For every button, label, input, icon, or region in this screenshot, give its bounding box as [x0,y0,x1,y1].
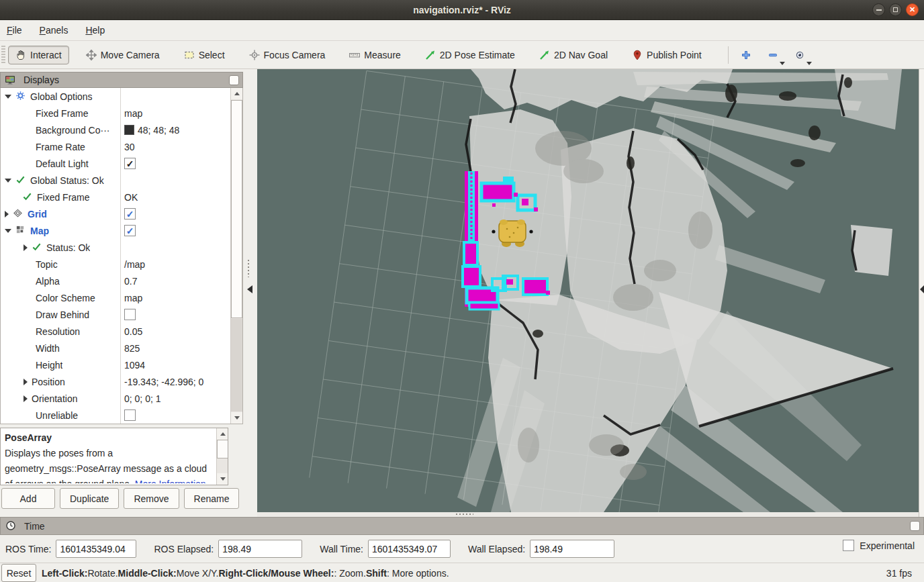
dropdown-caret-icon[interactable] [780,62,785,65]
more-information-link[interactable]: More Information [135,479,206,483]
property-value[interactable]: 0.7 [124,273,137,289]
dropdown-caret-icon[interactable] [806,62,812,65]
value-text[interactable]: OK [124,192,138,203]
tree-row-default-light[interactable]: Default Light✓ [1,155,232,172]
tree-row-frame-rate[interactable]: Frame Rate30 [1,138,232,155]
value-text[interactable]: -19.343; -42.996; 0 [124,377,203,387]
remove-button[interactable]: Remove [124,488,179,509]
add-tool-button[interactable] [738,48,754,62]
tool-focus-camera[interactable]: Focus Camera [242,46,333,64]
property-value[interactable]: OK [124,189,138,205]
tool-interact[interactable]: Interact [8,46,69,64]
splitter-handle[interactable] [248,260,249,277]
menu-help[interactable]: Help [85,25,105,36]
tree-row-grid[interactable]: Grid✓ [1,205,232,222]
value-text[interactable]: 825 [124,343,140,354]
tool-move-camera[interactable]: Move Camera [79,46,167,64]
tree-row-resolution[interactable]: Resolution0.05 [1,323,232,340]
time-panel-header[interactable]: Time [0,517,924,535]
reset-button[interactable]: Reset [1,564,36,582]
tool-select[interactable]: Select [177,46,232,64]
value-checkbox[interactable] [124,409,136,421]
tree-row-draw-behind[interactable]: Draw Behind [1,306,232,323]
property-value[interactable] [124,407,136,424]
expander-right-icon[interactable] [5,211,9,217]
value-text[interactable]: 0.7 [124,276,137,287]
expander-down-icon[interactable] [5,95,11,99]
description-scrollbar[interactable] [216,428,228,485]
value-text[interactable]: map [124,108,142,119]
scrollbar-thumb[interactable] [217,440,228,458]
value-checkbox[interactable]: ✓ [124,225,136,236]
collapse-right-icon[interactable] [920,285,924,293]
tool-measure[interactable]: Measure [342,46,408,64]
property-value[interactable]: map [124,105,142,122]
property-value[interactable]: ✓ [124,205,136,222]
property-value[interactable]: 30 [124,138,135,155]
value-text[interactable]: 1094 [124,360,145,371]
tree-row-map[interactable]: Map✓ [1,222,232,239]
rename-button[interactable]: Rename [184,488,240,509]
splitter-handle[interactable] [456,514,473,515]
tree-row-width[interactable]: Width825 [1,340,232,356]
menu-file[interactable]: File [7,25,22,36]
scroll-up-button[interactable] [217,428,228,440]
panel-float-button[interactable] [910,521,920,531]
time-field-input[interactable] [218,540,302,558]
value-text[interactable]: /map [124,259,145,270]
scroll-up-button[interactable] [231,88,242,99]
collapse-left-icon[interactable] [247,285,252,293]
time-field-input[interactable] [56,540,136,558]
time-field-input[interactable] [368,540,451,558]
tree-row-unreliable[interactable]: Unreliable [1,407,232,424]
tree-row-topic[interactable]: Topic/map [1,256,232,273]
property-value[interactable]: /map [124,256,145,273]
tree-row-color-scheme[interactable]: Color Schememap [1,289,232,306]
menu-panels[interactable]: Panels [40,25,68,36]
value-text[interactable]: 30 [124,142,135,152]
scrollbar-thumb[interactable] [231,100,242,318]
scroll-down-button[interactable] [231,412,242,424]
property-value[interactable]: ✓ [124,155,136,172]
time-field-input[interactable] [530,540,614,558]
tree-row-fixed-frame[interactable]: Fixed FrameOK [1,189,232,205]
toolbar-grip[interactable] [1,46,5,64]
panel-splitter[interactable] [243,69,257,517]
tree-row-height[interactable]: Height1094 [1,356,232,373]
tree-row-global-status-ok[interactable]: Global Status: Ok [1,172,232,189]
tree-row-alpha[interactable]: Alpha0.7 [1,273,232,289]
remove-tool-button[interactable] [765,48,781,62]
color-swatch[interactable] [124,125,134,135]
tool-properties-button[interactable] [792,48,808,62]
displays-panel-header[interactable]: Displays [0,72,243,88]
value-checkbox[interactable]: ✓ [124,208,136,220]
experimental-option[interactable]: Experimental [843,540,915,551]
value-text[interactable]: map [124,293,142,303]
value-text[interactable]: 0.05 [124,326,142,337]
tree-row-global-options[interactable]: Global Options [1,88,232,105]
tree-row-orientation[interactable]: Orientation0; 0; 0; 1 [1,390,232,407]
scrollbar-track[interactable] [231,319,242,411]
tree-row-status-ok[interactable]: Status: Ok [1,239,232,256]
collapsed-right-panel[interactable] [919,69,924,517]
property-value[interactable]: 825 [124,340,140,356]
expander-right-icon[interactable] [24,379,28,385]
property-value[interactable] [124,306,136,323]
horizontal-splitter[interactable] [257,512,919,517]
scroll-down-button[interactable] [217,473,228,485]
property-value[interactable]: 1094 [124,356,145,373]
property-value[interactable]: ✓ [124,222,136,239]
property-value[interactable]: -19.343; -42.996; 0 [124,373,203,390]
panel-float-button[interactable] [229,75,239,85]
expander-right-icon[interactable] [24,395,28,402]
expander-right-icon[interactable] [24,244,28,251]
property-value[interactable]: map [124,289,142,306]
value-text[interactable]: 0; 0; 0; 1 [124,393,160,404]
value-text[interactable]: 48; 48; 48 [138,125,179,136]
add-button[interactable]: Add [1,488,55,509]
tool-2d-pose-estimate[interactable]: 2D Pose Estimate [418,46,522,64]
duplicate-button[interactable]: Duplicate [60,488,119,509]
displays-scrollbar[interactable] [230,88,242,424]
tool-2d-nav-goal[interactable]: 2D Nav Goal [532,46,615,64]
property-value[interactable]: 0; 0; 0; 1 [124,390,160,407]
